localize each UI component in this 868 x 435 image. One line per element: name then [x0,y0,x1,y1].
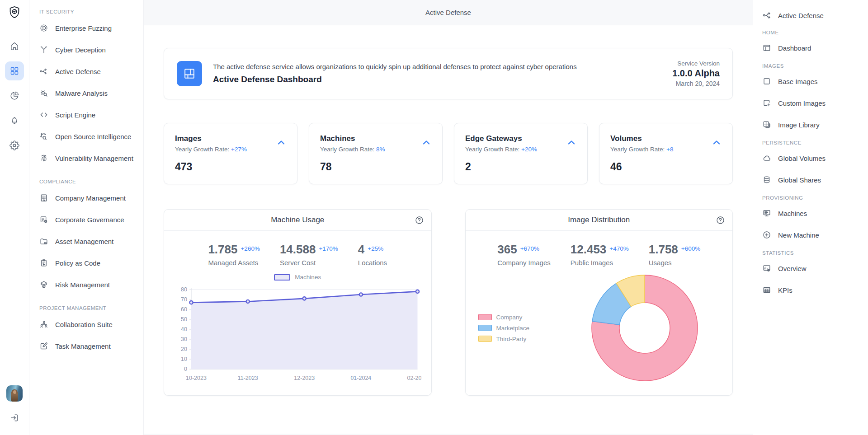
malware-icon [39,89,48,98]
rail-settings-button[interactable] [5,136,24,155]
sidebar-item-label: Task Management [55,342,111,350]
right-item-label: Image Library [778,121,820,129]
legend-third-party[interactable]: Third-Party [478,336,588,342]
chart-stat-server-cost: 14.588+170%Server Cost [280,243,338,267]
section-header-project-management: PROJECT MANAGEMENT [39,305,140,311]
sidebar-item-policy-as-code[interactable]: Policy as Code [39,252,140,274]
section-compliance: COMPLIANCECompany ManagementCorporate Go… [39,179,140,295]
right-item-global-volumes[interactable]: Global Volumes [762,147,864,169]
sidebar-item-task-management[interactable]: Task Management [39,335,140,357]
right-item-label: Custom Images [778,99,826,107]
sidebar-item-active-defense[interactable]: Active Defense [39,61,140,82]
stat-growth: Yearly Growth Rate: +20% [465,146,537,153]
right-item-base-images[interactable]: Base Images [762,70,864,92]
chart-stat-value: 4+25% [358,243,387,257]
deception-icon [39,45,48,54]
chart-stat-delta: +600% [681,245,700,252]
legend-company[interactable]: Company [478,314,588,321]
machines-legend[interactable]: Machines [164,274,431,281]
help-icon[interactable] [415,215,424,225]
machine-usage-card: Machine Usage 1.785+260%Managed Assets14… [164,209,432,396]
stat-title: Images [175,134,247,143]
legend-swatch-marketplace [478,325,492,331]
topbar: Active Defense [144,0,753,25]
right-item-label: Machines [778,210,807,217]
dashboard-description: The active defense service allows organi… [213,63,577,70]
stat-value: 78 [320,161,431,173]
right-item-label: Base Images [778,78,818,85]
stat-card-machines: MachinesYearly Growth Rate: 8%78 [309,123,443,184]
sidebar-item-cyber-deception[interactable]: Cyber Deception [39,39,140,61]
dashboard-header-text: The active defense service allows organi… [213,63,577,84]
right-item-new-machine[interactable]: New Machine [762,224,864,246]
donut-legend: CompanyMarketplaceThird-Party [478,314,588,342]
apps-grid-icon [9,66,19,76]
sidebar-item-corporate-governance[interactable]: Corporate Governance [39,209,140,230]
app-logo[interactable] [8,5,21,21]
right-item-label: KPIs [778,286,793,294]
sidebar-item-company-management[interactable]: Company Management [39,187,140,209]
machine-usage-header: Machine Usage [164,210,431,231]
osint-icon [39,132,48,141]
right-item-dashboard[interactable]: Dashboard [762,37,864,59]
building-icon [39,193,48,202]
stat-growth: Yearly Growth Rate: +8 [610,146,673,153]
service-version-block: Service Version 1.0.0 Alpha March 20, 20… [672,60,720,87]
rail-home-button[interactable] [5,37,24,56]
rail-analytics-button[interactable] [5,86,24,105]
layers-eye-icon [39,280,48,289]
chevron-up-icon[interactable] [276,138,286,148]
right-item-kpis[interactable]: KPIs [762,279,864,301]
svg-text:02-2024: 02-2024 [407,375,421,381]
chevron-up-icon[interactable] [421,138,431,148]
svg-text:10: 10 [181,356,187,362]
right-item-machines[interactable]: Machines [762,202,864,224]
sidebar-item-malware-analysis[interactable]: Malware Analysis [39,82,140,104]
rail-notifications-button[interactable] [5,111,24,130]
sidebar-item-asset-management[interactable]: Asset Management [39,230,140,252]
user-avatar[interactable] [6,385,23,402]
logout-button[interactable] [5,409,24,428]
database-icon [762,175,771,184]
sidebar-item-script-engine[interactable]: Script Engine [39,104,140,126]
sidebar-item-vulnerability-management[interactable]: Vulnerability Management [39,147,140,169]
chevron-up-icon[interactable] [712,138,722,148]
section-home: HOMEDashboard [762,30,864,59]
gear-icon [9,140,19,150]
right-item-custom-images[interactable]: Custom Images [762,92,864,114]
donut-area: CompanyMarketplaceThird-Party [466,271,733,385]
help-icon[interactable] [716,215,725,225]
dashboard-layout-icon [762,43,771,52]
charts-row: Machine Usage 1.785+260%Managed Assets14… [164,209,733,396]
sidebar-item-label: Policy as Code [55,259,100,267]
icon-rail [0,0,29,435]
clipboard-icon [39,258,48,267]
legend-label: Company [496,314,523,321]
sidebar-item-risk-management[interactable]: Risk Management [39,274,140,295]
right-panel-title-label: Active Defense [778,12,824,19]
section-provisioning: PROVISIONINGMachinesNew Machine [762,195,864,246]
right-item-overview[interactable]: Overview [762,257,864,279]
image-distribution-card: Image Distribution 365+670%Company Image… [465,209,733,396]
square-icon [762,77,771,86]
square-plus-icon [762,98,771,108]
dashboard-title: Active Defense Dashboard [213,75,577,84]
right-sidebar: Active Defense HOMEDashboardIMAGESBase I… [753,0,868,435]
legend-marketplace[interactable]: Marketplace [478,325,588,332]
rail-nav [5,31,24,161]
sidebar-item-collaboration-suite[interactable]: Collaboration Suite [39,313,140,335]
sidebar-item-open-source-intelligence[interactable]: Open Source Intelligence [39,126,140,147]
grid-stack-icon [762,120,771,129]
stat-growth-value: +8 [666,146,673,153]
svg-text:30: 30 [181,336,187,342]
right-item-global-shares[interactable]: Global Shares [762,169,864,191]
chevron-up-icon[interactable] [566,138,576,148]
rail-apps-button[interactable] [5,61,24,80]
sidebar-item-enterprise-fuzzing[interactable]: Enterprise Fuzzing [39,17,140,39]
section-header-provisioning: PROVISIONING [762,195,864,201]
chart-stat-label: Managed Assets [208,259,260,267]
right-item-label: Global Shares [778,176,821,184]
right-item-image-library[interactable]: Image Library [762,114,864,136]
chart-stat-delta: +470% [609,245,628,252]
right-panel-title[interactable]: Active Defense [762,7,864,23]
